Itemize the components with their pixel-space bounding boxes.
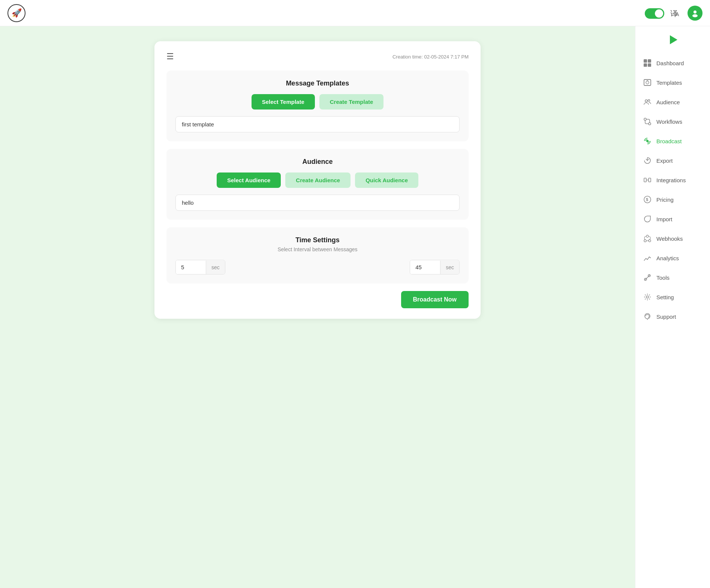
interval-row: sec sec — [175, 260, 460, 274]
svg-rect-19 — [649, 178, 651, 182]
broadcast-card: ☰ Creation time: 02-05-2024 7:17 PM Mess… — [154, 41, 481, 319]
integrations-icon — [643, 176, 652, 184]
time-settings-subtitle: Select Interval between Messages — [175, 246, 460, 252]
min-interval-unit: sec — [206, 261, 225, 274]
sidebar-item-support[interactable]: Support — [635, 307, 710, 326]
templates-icon — [643, 78, 652, 87]
setting-icon — [643, 292, 652, 302]
sidebar-item-label: Export — [656, 158, 673, 164]
translate-icon[interactable]: 译 A — [670, 7, 682, 19]
logo[interactable]: 🚀 — [7, 4, 25, 22]
svg-text:A: A — [676, 11, 679, 17]
svg-point-25 — [646, 235, 649, 237]
sidebar: Dashboard Templates Audience — [635, 0, 710, 588]
support-icon — [643, 312, 652, 321]
max-interval-group: sec — [410, 260, 460, 274]
sidebar-item-label: Analytics — [656, 255, 679, 261]
sidebar-item-templates[interactable]: Templates — [635, 73, 710, 92]
create-audience-button[interactable]: Create Audience — [285, 172, 351, 188]
sidebar-item-label: Templates — [656, 80, 682, 86]
svg-point-4 — [694, 10, 697, 14]
top-bar-right: 译 A — [645, 6, 703, 21]
svg-marker-6 — [670, 35, 677, 44]
dashboard-icon — [643, 58, 652, 68]
sidebar-item-audience[interactable]: Audience — [635, 92, 710, 112]
webhooks-icon — [643, 234, 652, 243]
creation-time: Creation time: 02-05-2024 7:17 PM — [392, 54, 469, 60]
import-icon — [643, 214, 652, 224]
svg-point-13 — [645, 100, 647, 102]
select-audience-button[interactable]: Select Audience — [217, 172, 281, 188]
broadcast-row: Broadcast Now — [166, 291, 469, 308]
svg-point-14 — [648, 100, 650, 102]
sidebar-item-label: Webhooks — [656, 236, 683, 242]
svg-rect-9 — [644, 63, 647, 67]
quick-audience-button[interactable]: Quick Audience — [355, 172, 418, 188]
sidebar-item-export[interactable]: Export — [635, 151, 710, 170]
audience-section: Audience Select Audience Create Audience… — [166, 149, 469, 220]
workflows-icon — [643, 117, 652, 126]
sidebar-item-pricing[interactable]: $ Pricing — [635, 190, 710, 209]
pricing-icon: $ — [643, 195, 652, 204]
sidebar-item-label: Setting — [656, 294, 674, 300]
svg-point-29 — [646, 296, 649, 298]
sidebar-item-label: Dashboard — [656, 60, 684, 66]
sidebar-item-import[interactable]: Import — [635, 209, 710, 229]
sidebar-item-workflows[interactable]: Workflows — [635, 112, 710, 131]
analytics-icon — [643, 254, 652, 262]
time-settings-title: Time Settings — [175, 236, 460, 244]
template-button-group: Select Template Create Template — [175, 94, 460, 110]
min-interval-group: sec — [175, 260, 225, 274]
max-interval-input[interactable] — [410, 260, 440, 274]
export-icon — [643, 156, 652, 165]
svg-point-23 — [644, 240, 646, 242]
logo-icon: 🚀 — [12, 8, 22, 18]
svg-line-26 — [645, 275, 650, 280]
sidebar-item-label: Tools — [656, 274, 670, 281]
svg-rect-8 — [648, 59, 651, 63]
svg-rect-18 — [644, 178, 646, 182]
sidebar-item-tools[interactable]: Tools — [635, 268, 710, 287]
audience-title: Audience — [175, 158, 460, 166]
sidebar-item-label: Audience — [656, 99, 680, 105]
card-header: ☰ Creation time: 02-05-2024 7:17 PM — [166, 52, 469, 62]
sidebar-item-broadcast[interactable]: Broadcast — [635, 131, 710, 151]
sidebar-item-label: Workflows — [656, 118, 682, 125]
sidebar-item-label: Integrations — [656, 177, 686, 183]
broadcast-now-button[interactable]: Broadcast Now — [401, 291, 469, 308]
create-template-button[interactable]: Create Template — [319, 94, 384, 110]
svg-point-12 — [646, 81, 649, 84]
play-button[interactable] — [635, 30, 710, 53]
sidebar-item-integrations[interactable]: Integrations — [635, 170, 710, 190]
sidebar-item-label: Support — [656, 314, 676, 320]
sidebar-item-setting[interactable]: Setting — [635, 287, 710, 307]
sidebar-item-webhooks[interactable]: Webhooks — [635, 229, 710, 248]
svg-point-5 — [692, 14, 698, 17]
svg-point-16 — [649, 123, 651, 125]
svg-point-15 — [644, 118, 646, 120]
svg-rect-10 — [648, 63, 651, 67]
audience-input[interactable] — [175, 195, 460, 211]
template-input[interactable] — [175, 116, 460, 132]
message-templates-section: Message Templates Select Template Create… — [166, 70, 469, 141]
hamburger-menu-icon[interactable]: ☰ — [166, 52, 174, 62]
top-bar: 🚀 译 A — [0, 0, 710, 26]
svg-point-24 — [649, 240, 651, 242]
select-template-button[interactable]: Select Template — [252, 94, 315, 110]
user-avatar[interactable] — [688, 6, 703, 21]
toggle-icon[interactable] — [645, 7, 664, 19]
min-interval-input[interactable] — [176, 260, 206, 274]
svg-rect-7 — [644, 59, 647, 63]
sidebar-item-label: Import — [656, 216, 673, 222]
main-content: ☰ Creation time: 02-05-2024 7:17 PM Mess… — [0, 26, 635, 588]
svg-point-1 — [655, 9, 663, 18]
svg-text:$: $ — [646, 197, 648, 202]
broadcast-icon — [643, 136, 652, 146]
audience-icon — [643, 98, 652, 106]
svg-point-31 — [647, 319, 648, 320]
sidebar-item-analytics[interactable]: Analytics — [635, 248, 710, 268]
tools-icon — [643, 273, 652, 282]
sidebar-item-dashboard[interactable]: Dashboard — [635, 53, 710, 73]
max-interval-unit: sec — [440, 261, 459, 274]
time-settings-section: Time Settings Select Interval between Me… — [166, 227, 469, 284]
